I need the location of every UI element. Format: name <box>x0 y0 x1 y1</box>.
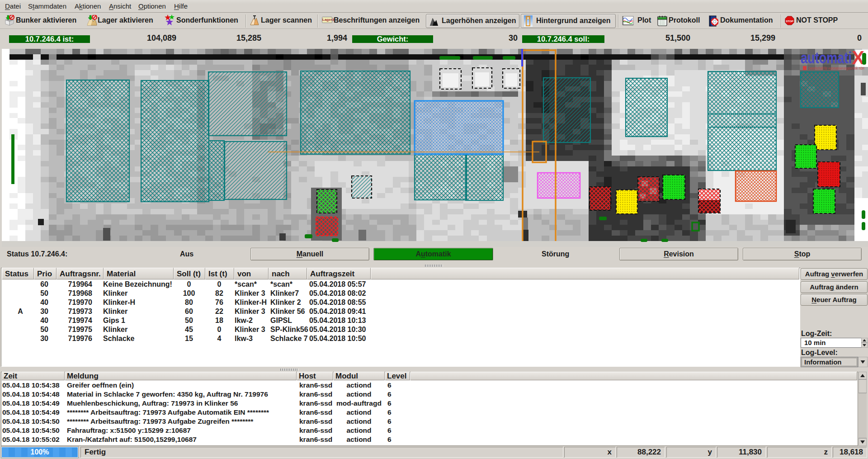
svg-text:automati: automati <box>801 49 852 66</box>
svg-text:Gesellschaft für Automatisieru: Gesellschaft für Automatisierungstechnik… <box>808 66 864 71</box>
